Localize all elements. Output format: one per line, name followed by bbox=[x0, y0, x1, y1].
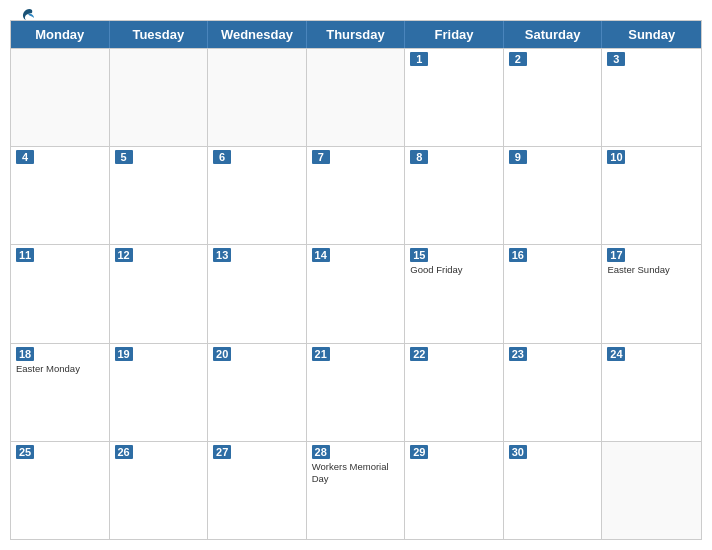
day-number: 5 bbox=[115, 150, 133, 164]
day-cell: 15Good Friday bbox=[405, 245, 504, 342]
day-cell: 5 bbox=[110, 147, 209, 244]
day-cell: 17Easter Sunday bbox=[602, 245, 701, 342]
day-cell: 13 bbox=[208, 245, 307, 342]
day-cell: 19 bbox=[110, 344, 209, 441]
day-cell: 1 bbox=[405, 49, 504, 146]
calendar-page: MondayTuesdayWednesdayThursdayFridaySatu… bbox=[0, 0, 712, 550]
day-cell: 23 bbox=[504, 344, 603, 441]
day-cell: 14 bbox=[307, 245, 406, 342]
day-cell: 21 bbox=[307, 344, 406, 441]
day-cell: 12 bbox=[110, 245, 209, 342]
week-row-5: 25262728Workers Memorial Day2930 bbox=[11, 441, 701, 539]
day-number: 22 bbox=[410, 347, 428, 361]
day-cell: 26 bbox=[110, 442, 209, 539]
day-number: 3 bbox=[607, 52, 625, 66]
day-number: 12 bbox=[115, 248, 133, 262]
day-number: 15 bbox=[410, 248, 428, 262]
day-cell: 25 bbox=[11, 442, 110, 539]
day-number: 28 bbox=[312, 445, 330, 459]
day-number: 19 bbox=[115, 347, 133, 361]
weekday-header-thursday: Thursday bbox=[307, 21, 406, 48]
day-cell: 6 bbox=[208, 147, 307, 244]
day-number: 20 bbox=[213, 347, 231, 361]
weekday-header-tuesday: Tuesday bbox=[110, 21, 209, 48]
day-number: 2 bbox=[509, 52, 527, 66]
day-cell: 3 bbox=[602, 49, 701, 146]
week-row-4: 18Easter Monday192021222324 bbox=[11, 343, 701, 441]
day-number: 11 bbox=[16, 248, 34, 262]
logo-bird-icon bbox=[18, 6, 36, 24]
calendar-grid: MondayTuesdayWednesdayThursdayFridaySatu… bbox=[10, 20, 702, 540]
day-number: 23 bbox=[509, 347, 527, 361]
day-number: 1 bbox=[410, 52, 428, 66]
day-cell: 2 bbox=[504, 49, 603, 146]
day-number: 14 bbox=[312, 248, 330, 262]
day-number: 9 bbox=[509, 150, 527, 164]
day-number: 8 bbox=[410, 150, 428, 164]
week-row-2: 45678910 bbox=[11, 146, 701, 244]
day-cell: 11 bbox=[11, 245, 110, 342]
day-number: 10 bbox=[607, 150, 625, 164]
day-cell: 4 bbox=[11, 147, 110, 244]
day-number: 30 bbox=[509, 445, 527, 459]
day-cell: 20 bbox=[208, 344, 307, 441]
day-number: 27 bbox=[213, 445, 231, 459]
logo bbox=[16, 10, 36, 24]
day-number: 17 bbox=[607, 248, 625, 262]
day-cell bbox=[110, 49, 209, 146]
day-cell bbox=[11, 49, 110, 146]
day-cell: 29 bbox=[405, 442, 504, 539]
day-event-label: Easter Sunday bbox=[607, 264, 696, 276]
day-cell: 7 bbox=[307, 147, 406, 244]
day-cell: 9 bbox=[504, 147, 603, 244]
day-cell: 22 bbox=[405, 344, 504, 441]
day-cell bbox=[602, 442, 701, 539]
calendar-weeks: 123456789101112131415Good Friday1617East… bbox=[11, 48, 701, 539]
day-event-label: Easter Monday bbox=[16, 363, 104, 375]
weekday-headers: MondayTuesdayWednesdayThursdayFridaySatu… bbox=[11, 21, 701, 48]
week-row-1: 123 bbox=[11, 48, 701, 146]
weekday-header-sunday: Sunday bbox=[602, 21, 701, 48]
day-number: 24 bbox=[607, 347, 625, 361]
day-number: 4 bbox=[16, 150, 34, 164]
weekday-header-wednesday: Wednesday bbox=[208, 21, 307, 48]
day-number: 16 bbox=[509, 248, 527, 262]
day-cell: 30 bbox=[504, 442, 603, 539]
day-number: 18 bbox=[16, 347, 34, 361]
header bbox=[0, 0, 712, 20]
day-cell: 8 bbox=[405, 147, 504, 244]
weekday-header-friday: Friday bbox=[405, 21, 504, 48]
day-number: 7 bbox=[312, 150, 330, 164]
weekday-header-saturday: Saturday bbox=[504, 21, 603, 48]
day-event-label: Workers Memorial Day bbox=[312, 461, 400, 486]
week-row-3: 1112131415Good Friday1617Easter Sunday bbox=[11, 244, 701, 342]
day-cell: 24 bbox=[602, 344, 701, 441]
day-cell: 10 bbox=[602, 147, 701, 244]
day-cell bbox=[307, 49, 406, 146]
day-cell: 16 bbox=[504, 245, 603, 342]
day-cell: 18Easter Monday bbox=[11, 344, 110, 441]
day-cell: 28Workers Memorial Day bbox=[307, 442, 406, 539]
day-number: 6 bbox=[213, 150, 231, 164]
day-number: 21 bbox=[312, 347, 330, 361]
day-number: 25 bbox=[16, 445, 34, 459]
day-number: 29 bbox=[410, 445, 428, 459]
day-event-label: Good Friday bbox=[410, 264, 498, 276]
day-number: 26 bbox=[115, 445, 133, 459]
day-cell bbox=[208, 49, 307, 146]
weekday-header-monday: Monday bbox=[11, 21, 110, 48]
day-cell: 27 bbox=[208, 442, 307, 539]
day-number: 13 bbox=[213, 248, 231, 262]
